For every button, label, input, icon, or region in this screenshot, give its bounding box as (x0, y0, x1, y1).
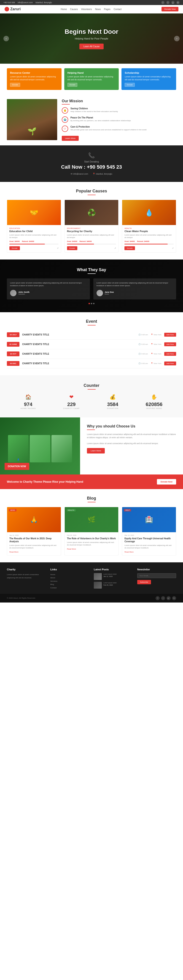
nav-links: Home Causes Volunteers News Pages Contac… (61, 8, 122, 11)
blog-readmore-2[interactable]: Read More (67, 548, 116, 550)
nav-donate-button[interactable]: Donate Now (162, 7, 178, 11)
cause-share-2[interactable]: ↗ (114, 247, 116, 250)
blog-date-2: Feb 05, 2020 (67, 535, 116, 536)
feature-box-helping: Helping Hand Lorem ipsum dolor sit amet … (64, 68, 119, 90)
google-icon[interactable]: g (171, 1, 175, 4)
events-divider (88, 325, 96, 325)
cause-donate-button-1[interactable]: Donate (10, 246, 20, 250)
blog-post-title-3: Equity And Care Through Universal Health… (124, 537, 173, 543)
topbar-right: f t g in (161, 1, 180, 4)
event-meta-1: 🕐 9:00 am 📍 New York (138, 334, 162, 336)
event-item-4: 03 DEC CHARITY EVENTS TITLE 🕐 9:00 am 📍 … (7, 359, 176, 368)
dot-2[interactable] (91, 303, 92, 304)
testimonial-author-1: John Smith Volunteer (10, 290, 87, 296)
counter-item-2: ❤ 229 CHARITY CAMP (63, 394, 80, 409)
cause-donate-button-2[interactable]: Donate (67, 246, 77, 250)
hero-prev-arrow[interactable]: ‹ (3, 36, 9, 41)
hero-cta-button[interactable]: Learn All Cause (79, 44, 104, 49)
counter-label-1: HOME RAISED (21, 407, 36, 409)
cause-share-1[interactable]: ↗ (57, 247, 59, 250)
footer-link-blog[interactable]: Blog (50, 583, 89, 586)
mission-title: Our Mission (62, 99, 176, 103)
cause-card-2: ♻️ ENVIRONMENT Recycling for Charity Lor… (64, 200, 119, 252)
footer-link-contact[interactable]: Contact (50, 586, 89, 590)
why-learn-more-button[interactable]: Learn More (87, 448, 105, 453)
event-title-3: CHARITY EVENTS TITLE (22, 353, 136, 355)
event-item-1: 18 JULY CHARITY EVENTS TITLE 🕐 9:00 am 📍… (7, 330, 176, 340)
testimonial-text-2: Lorem ipsum dolor sit amet consectetur a… (96, 282, 173, 287)
footer-google-icon[interactable]: g+ (167, 596, 171, 600)
event-register-button-4[interactable]: Add Now (164, 361, 176, 365)
site-logo[interactable]: Zaruri (5, 7, 21, 11)
event-register-button-2[interactable]: Add Now (164, 342, 176, 346)
blog-readmore-3[interactable]: Read More (124, 551, 173, 553)
footer-newsletter-title: Newsletter (137, 568, 176, 571)
cause-desc-2: Lorem ipsum dolor sit amet consectetur a… (67, 234, 116, 239)
counter-number-1: 974 (21, 401, 36, 407)
mission-learn-more-button[interactable]: Learn More (62, 136, 79, 141)
logo-text: Zaruri (10, 7, 21, 11)
cause-donate-button-3[interactable]: Donate (124, 246, 135, 250)
hero-next-arrow[interactable]: › (174, 36, 180, 41)
topbar-address: Istanbul, Boryoglu (35, 2, 52, 4)
counter-icon-1: 🏠 (21, 394, 36, 400)
footer-twitter-icon[interactable]: t (161, 596, 165, 600)
testimonial-info-1: John Smith Volunteer (18, 291, 29, 295)
footer-link-services[interactable]: Services (50, 580, 89, 583)
event-location-2: 📍 New York (151, 343, 162, 345)
twitter-icon[interactable]: t (166, 1, 170, 4)
footer-links-list: Home About Services Blog Contact (50, 573, 89, 590)
footer-social-icons: f t g+ in (156, 596, 176, 600)
testimonial-role-2: Donor (105, 293, 114, 295)
blog-readmore-1[interactable]: Read More (10, 551, 59, 553)
feature-box-3-btn[interactable]: Donate (125, 83, 135, 87)
footer: Charity Lorem ipsum dolor sit amet conse… (0, 562, 183, 594)
counter-icon-2: ❤ (63, 394, 80, 400)
nav-pages[interactable]: Pages (104, 8, 110, 11)
footer-facebook-icon[interactable]: f (156, 596, 160, 600)
footer-post-img-1 (94, 573, 102, 580)
nav-contact[interactable]: Contact (114, 8, 122, 11)
event-register-button-1[interactable]: Add Now (164, 333, 176, 337)
blog-body-2: Feb 05, 2020 The Role of Volunteers in O… (65, 532, 119, 552)
donation-box[interactable]: DONATION NOW (5, 463, 29, 470)
testimonial-info-2: Jane Doe Donor (105, 291, 114, 295)
footer-bottom: © 2020 Zaruri. All Rights Reserved. f t … (0, 594, 183, 603)
footer-newsletter-input[interactable] (137, 573, 176, 578)
footer-linkedin-icon[interactable]: in (172, 596, 176, 600)
facebook-icon[interactable]: f (161, 1, 164, 4)
counter-title: Counter (7, 383, 176, 388)
nav-causes[interactable]: Causes (70, 8, 78, 11)
footer-newsletter-col: Newsletter Subscribe (137, 568, 176, 590)
counter-item-3: 💰 3584 DONATION (107, 394, 119, 409)
hero-subtitle: Helping Hand for Poor People (65, 37, 119, 40)
testimonial-avatar-2 (96, 290, 103, 296)
cause-footer-3: Donate ↗ (124, 246, 173, 250)
cta-banner: Welcome to Charity Theme Please Rise you… (0, 474, 183, 489)
nav-news[interactable]: News (95, 8, 101, 11)
nav-home[interactable]: Home (61, 8, 67, 11)
event-item-2: 22 JUNE CHARITY EVENTS TITLE 🕐 9:00 am 📍… (7, 340, 176, 349)
nav-volunteers[interactable]: Volunteers (81, 8, 92, 11)
dot-1[interactable] (88, 303, 90, 304)
footer-link-about[interactable]: About (50, 576, 89, 579)
testimonials-title: What They Say (7, 267, 176, 272)
cause-image-2: ♻️ (65, 200, 119, 225)
navigation: Zaruri Home Causes Volunteers News Pages… (0, 5, 183, 13)
phone-icon: 📞 (5, 152, 178, 159)
footer-link-home[interactable]: Home (50, 573, 89, 576)
cause-goal-1: Goal: $4000 Raised: $4000 (10, 240, 59, 242)
event-register-button-3[interactable]: Add Now (164, 352, 176, 356)
footer-newsletter-button[interactable]: Subscribe (137, 580, 151, 584)
footer-posts-col: Latest Posts Lorem ipsum dolor Jan 12, 2… (94, 568, 133, 590)
mission-item-1-content: Saving Children Help children in the wor… (71, 107, 118, 113)
cta-banner-button[interactable]: Donate Now (157, 479, 176, 485)
footer-links-title: Links (50, 568, 89, 571)
footer-charity-title: Charity (7, 568, 46, 571)
feature-box-2-btn[interactable]: Donate (67, 83, 77, 87)
cause-share-3[interactable]: ↗ (172, 247, 173, 250)
dot-3[interactable] (93, 303, 95, 304)
footer-newsletter-form: Subscribe (137, 573, 176, 584)
feature-box-1-btn[interactable]: Donate (10, 83, 20, 87)
linkedin-icon[interactable]: in (177, 1, 180, 4)
